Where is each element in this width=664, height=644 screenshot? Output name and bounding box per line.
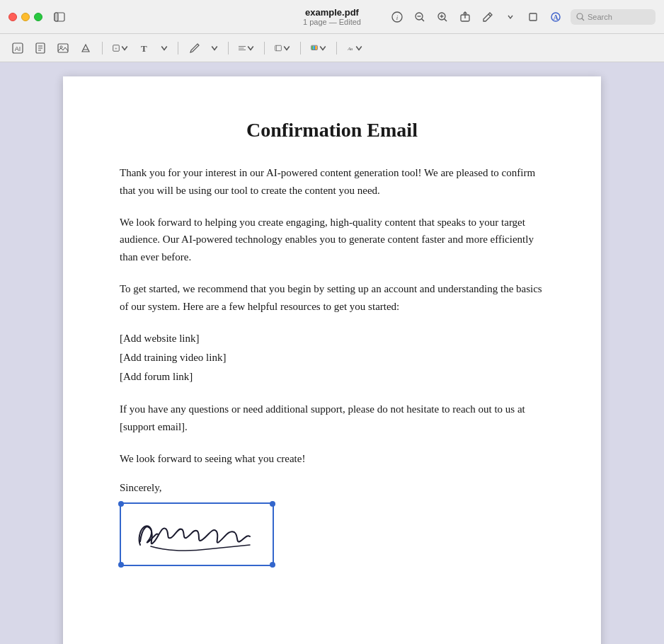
- pen-icon[interactable]: [480, 9, 496, 25]
- sincerely-text: Sincerely,: [120, 482, 544, 494]
- svg-line-17: [582, 18, 584, 21]
- pen-tool-dropdown[interactable]: [208, 43, 221, 53]
- link-item-2: [Add training video link]: [120, 348, 544, 367]
- toolbar-separator-2: [178, 42, 178, 54]
- svg-text:a: a: [350, 45, 353, 50]
- svg-rect-1: [55, 13, 58, 21]
- pdf-body-2: If you have any questions or need additi…: [120, 401, 544, 467]
- selection-dot-bl: [118, 562, 124, 568]
- note-icon[interactable]: [31, 39, 50, 57]
- search-box[interactable]: Search: [571, 9, 656, 25]
- share-icon[interactable]: [457, 9, 473, 25]
- toolbar-separator-6: [336, 42, 337, 54]
- fullscreen-button[interactable]: [34, 13, 42, 21]
- svg-line-10: [445, 18, 447, 21]
- info-icon[interactable]: i: [389, 9, 405, 25]
- window-title: example.pdf 1 page — Edited: [303, 7, 361, 26]
- pen-dropdown-icon[interactable]: [503, 9, 518, 25]
- search-placeholder: Search: [588, 13, 612, 21]
- text-icon[interactable]: T: [135, 39, 154, 57]
- svg-point-16: [577, 13, 583, 19]
- svg-text:+: +: [115, 46, 118, 50]
- toolbar-separator-3: [228, 42, 229, 54]
- paragraph-5: We look forward to seeing what you creat…: [120, 450, 544, 468]
- paragraph-2: We look forward to helping you create en…: [120, 214, 544, 266]
- toolbar2: AI + T: [0, 34, 664, 62]
- svg-rect-24: [58, 44, 68, 52]
- signature-box[interactable]: [120, 502, 274, 566]
- font-icon[interactable]: A: [548, 9, 563, 25]
- align-dropdown[interactable]: [236, 43, 257, 53]
- text-dropdown[interactable]: [158, 43, 171, 53]
- color-dropdown[interactable]: [308, 43, 329, 53]
- svg-point-25: [60, 46, 62, 48]
- minimize-button[interactable]: [21, 13, 30, 21]
- search-icon: [576, 13, 585, 21]
- traffic-lights[interactable]: [8, 13, 42, 21]
- toolbar-separator-4: [264, 42, 265, 54]
- svg-rect-36: [311, 45, 313, 49]
- ai-tool-icon[interactable]: AI: [8, 39, 27, 57]
- pen-tool-icon[interactable]: [185, 39, 204, 57]
- selection-dot-br: [270, 562, 275, 568]
- view-dropdown[interactable]: [272, 43, 293, 53]
- pdf-title: Confirmation Email: [120, 119, 544, 142]
- svg-line-12: [488, 14, 491, 16]
- svg-line-6: [422, 18, 425, 21]
- link-item-3: [Add forum link]: [120, 367, 544, 386]
- toolbar-separator-1: [102, 42, 103, 54]
- main-content-area: Confirmation Email Thank you for your in…: [0, 62, 664, 644]
- svg-rect-37: [314, 45, 315, 49]
- selection-dot-tl: [118, 501, 124, 507]
- sidebar-toggle-icon[interactable]: [52, 10, 67, 24]
- svg-rect-38: [315, 45, 316, 49]
- page-info-label: 1 page — Edited: [303, 18, 361, 26]
- pdf-body: Thank you for your interest in our AI-po…: [120, 164, 544, 315]
- svg-rect-13: [530, 13, 537, 21]
- pdf-links: [Add website link] [Add training video l…: [120, 329, 544, 386]
- paragraph-4: If you have any questions or need additi…: [120, 401, 544, 436]
- paragraph-3: To get started, we recommend that you be…: [120, 280, 544, 316]
- zoom-out-icon[interactable]: [412, 9, 428, 25]
- svg-text:AI: AI: [15, 45, 21, 52]
- paragraph-1: Thank you for your interest in our AI-po…: [120, 164, 544, 200]
- svg-text:A: A: [553, 13, 559, 21]
- insert-dropdown[interactable]: +: [110, 43, 131, 53]
- close-button[interactable]: [8, 13, 17, 21]
- filename-label: example.pdf: [305, 7, 359, 18]
- frame-icon[interactable]: [525, 9, 541, 25]
- toolbar-right: i A Search: [389, 9, 656, 25]
- svg-text:i: i: [396, 14, 399, 21]
- svg-rect-33: [275, 45, 282, 51]
- toolbar-separator-5: [300, 42, 301, 54]
- selection-dot-tr: [270, 501, 275, 507]
- signature-image: [130, 510, 264, 559]
- highlight-icon[interactable]: [76, 39, 95, 57]
- text-style-dropdown[interactable]: A a: [344, 43, 365, 53]
- link-item-1: [Add website link]: [120, 329, 544, 348]
- pdf-page: Confirmation Email Thank you for your in…: [63, 76, 601, 644]
- image-icon[interactable]: [54, 39, 72, 57]
- title-bar: example.pdf 1 page — Edited i: [0, 0, 664, 34]
- svg-text:T: T: [141, 43, 147, 54]
- zoom-in-icon[interactable]: [435, 9, 450, 25]
